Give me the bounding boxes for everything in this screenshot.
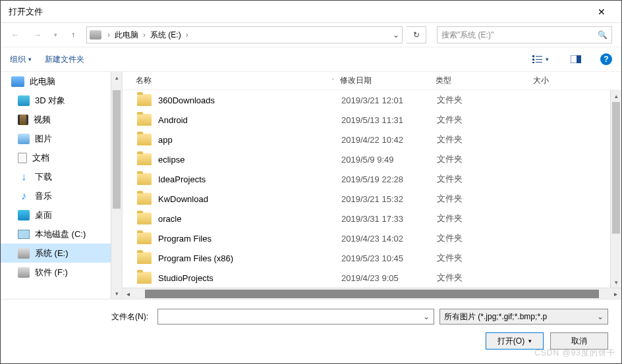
column-header-type[interactable]: 类型 [436, 75, 533, 86]
scroll-up-icon[interactable]: ▴ [111, 72, 122, 83]
scroll-left-icon[interactable]: ◂ [123, 290, 134, 298]
music-icon: ♪ [18, 191, 30, 201]
breadcrumb[interactable]: › 此电脑 › 系统 (E:) › ⌄ [86, 26, 403, 43]
filelist-scrollbar[interactable]: ▴ ▾ [610, 90, 621, 288]
file-name: Android [158, 115, 341, 125]
sidebar-item[interactable]: 视频 [1, 110, 122, 129]
sidebar-scrollbar[interactable]: ▴ ▾ [111, 72, 122, 299]
sidebar-item[interactable]: 图片 [1, 129, 122, 148]
view-mode-button[interactable]: ▾ [529, 51, 551, 67]
svg-rect-7 [577, 55, 581, 63]
open-button[interactable]: 打开(O) ▾ [486, 332, 544, 350]
folder-icon [137, 173, 152, 185]
cube-icon [18, 95, 30, 106]
folder-icon [137, 114, 152, 126]
breadcrumb-folder[interactable]: 系统 (E:) [148, 30, 184, 41]
column-header-date[interactable]: 修改日期 [340, 75, 436, 86]
file-row[interactable]: 360Downloads2019/3/21 12:01文件夹 [123, 90, 621, 110]
file-type: 文件夹 [437, 232, 534, 244]
file-row[interactable]: eclipse2019/5/9 9:49文件夹 [123, 149, 621, 169]
filename-input[interactable]: ⌄ [157, 309, 434, 325]
sidebar-item[interactable]: 桌面 [1, 205, 122, 224]
sidebar-item-label: 系统 (E:) [35, 247, 69, 259]
filetype-filter-select[interactable]: 所有图片 (*.jpg;*.gif;*.bmp;*.p ⌄ [439, 309, 608, 325]
file-row[interactable]: Program Files2019/4/23 14:02文件夹 [123, 228, 621, 248]
scroll-up-icon[interactable]: ▴ [611, 90, 621, 101]
pic-icon [18, 134, 30, 144]
file-date: 2019/3/31 17:33 [341, 214, 437, 224]
scroll-down-icon[interactable]: ▾ [611, 276, 621, 288]
file-row[interactable]: Android2019/5/13 11:31文件夹 [123, 110, 621, 130]
sort-asc-icon: ˄ [331, 78, 335, 84]
folder-icon [137, 213, 152, 224]
doc-icon [18, 153, 27, 163]
search-icon: 🔍 [598, 30, 608, 39]
file-row[interactable]: IdeaProjects2019/5/19 22:28文件夹 [123, 169, 621, 189]
sidebar-item[interactable]: ♪音乐 [1, 186, 122, 205]
chevron-down-icon: ▾ [546, 56, 549, 63]
file-date: 2019/4/23 14:02 [341, 234, 437, 244]
file-name: IdeaProjects [158, 174, 341, 184]
scrollbar-thumb[interactable] [113, 90, 121, 209]
sidebar-item[interactable]: 本地磁盘 (C:) [1, 224, 122, 244]
file-date: 2019/5/23 10:45 [341, 253, 437, 263]
sidebar-item-label: 桌面 [35, 209, 52, 221]
column-header-name[interactable]: 名称 ˄ [123, 75, 340, 86]
sidebar-item-label: 本地磁盘 (C:) [35, 228, 86, 240]
search-input[interactable]: 搜索"系统 (E:)" 🔍 [437, 26, 612, 43]
svg-rect-0 [532, 55, 534, 57]
chevron-down-icon: ⌄ [597, 312, 604, 321]
nav-forward-button[interactable]: → [28, 26, 47, 44]
sidebar: 此电脑3D 对象视频图片文档↓下载♪音乐桌面本地磁盘 (C:)系统 (E:)软件… [1, 72, 123, 299]
file-row[interactable]: StudioProjects2019/4/23 9:05文件夹 [123, 268, 621, 288]
close-button[interactable]: ✕ [588, 2, 615, 22]
file-list: 名称 ˄ 修改日期 类型 大小 360Downloads2019/3/21 12… [123, 72, 621, 299]
scroll-right-icon[interactable]: ▸ [610, 290, 621, 298]
organize-menu[interactable]: 组织 ▾ [10, 54, 32, 65]
drive-icon [90, 30, 101, 39]
svg-rect-3 [536, 59, 542, 60]
file-row[interactable]: Program Files (x86)2019/5/23 10:45文件夹 [123, 248, 621, 268]
sidebar-item[interactable]: 3D 对象 [1, 91, 122, 110]
scrollbar-thumb[interactable] [145, 290, 599, 298]
file-date: 2019/5/13 11:31 [341, 115, 437, 125]
sidebar-item[interactable]: 系统 (E:) [1, 244, 122, 263]
file-name: oracle [158, 214, 341, 224]
file-row[interactable]: app2019/4/22 10:42文件夹 [123, 130, 621, 149]
file-row[interactable]: oracle2019/3/31 17:33文件夹 [123, 209, 621, 228]
file-name: StudioProjects [158, 273, 341, 283]
sidebar-item[interactable]: 文档 [1, 148, 122, 167]
sidebar-root[interactable]: 此电脑 [1, 72, 122, 91]
new-folder-button[interactable]: 新建文件夹 [45, 54, 84, 65]
file-row[interactable]: KwDownload2019/3/21 15:32文件夹 [123, 189, 621, 209]
horizontal-scrollbar[interactable]: ◂ ▸ [123, 288, 621, 299]
nav-recent-dropdown[interactable]: ▾ [51, 26, 60, 44]
sidebar-item-label: 下载 [35, 171, 52, 183]
cancel-button[interactable]: 取消 [550, 332, 608, 350]
preview-pane-button[interactable] [565, 51, 587, 67]
file-date: 2019/4/22 10:42 [341, 135, 437, 145]
scroll-down-icon[interactable]: ▾ [111, 288, 122, 299]
folder-icon [137, 252, 152, 264]
column-header-size[interactable]: 大小 [533, 75, 621, 86]
diskc-icon [18, 230, 30, 239]
file-name: app [158, 135, 341, 145]
file-date: 2019/3/21 12:01 [341, 95, 437, 105]
nav-up-button[interactable]: ↑ [64, 26, 82, 44]
breadcrumb-history-dropdown[interactable]: ⌄ [393, 30, 399, 39]
scrollbar-thumb[interactable] [612, 102, 620, 234]
split-button-chevron[interactable]: ▾ [528, 338, 532, 344]
search-placeholder: 搜索"系统 (E:)" [441, 30, 598, 41]
help-button[interactable]: ? [600, 53, 612, 65]
chevron-down-icon: ▾ [28, 56, 32, 63]
file-name: Program Files (x86) [158, 253, 341, 263]
desk-icon [18, 210, 30, 221]
nav-back-button[interactable]: ← [6, 26, 24, 44]
file-name: eclipse [158, 155, 341, 165]
breadcrumb-root[interactable]: 此电脑 [112, 30, 141, 41]
refresh-button[interactable]: ↻ [407, 26, 426, 43]
filename-dropdown-icon[interactable]: ⌄ [423, 312, 430, 321]
pc-icon [11, 76, 24, 87]
sidebar-item[interactable]: 软件 (F:) [1, 263, 122, 282]
sidebar-item[interactable]: ↓下载 [1, 167, 122, 186]
